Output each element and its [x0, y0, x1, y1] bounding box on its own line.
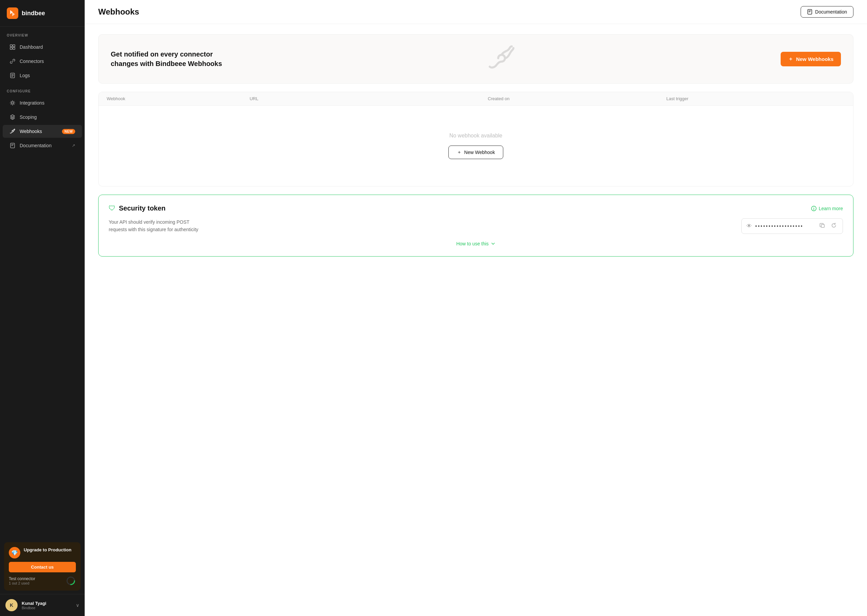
bindbee-logo-icon — [7, 8, 18, 19]
dashboard-label: Dashboard — [20, 44, 75, 50]
user-name: Kunal Tyagi — [22, 601, 72, 606]
file-text-icon — [9, 72, 16, 79]
sidebar-item-logs[interactable]: Logs — [3, 69, 82, 82]
col-webhook: Webhook — [107, 96, 250, 101]
upgrade-title: Upgrade to Production — [24, 547, 71, 553]
link-icon — [9, 58, 16, 64]
security-body: Your API should verify incoming POST req… — [109, 218, 843, 234]
info-icon — [811, 206, 817, 211]
svg-point-19 — [814, 207, 815, 207]
empty-text: No webhook available — [449, 133, 503, 139]
connector-usage-row: Test connector 1 out 2 used — [9, 576, 76, 586]
col-created-on: Created on — [488, 96, 666, 101]
token-field: 👁 •••••••••••••••••• — [741, 218, 843, 234]
svg-rect-1 — [10, 45, 12, 47]
avatar: K — [5, 599, 17, 611]
upgrade-box: 💎 Upgrade to Production Contact us Test … — [4, 542, 80, 591]
sidebar-item-webhooks[interactable]: Webhooks NEW — [3, 125, 82, 138]
scoping-label: Scoping — [20, 115, 75, 120]
new-webhooks-button[interactable]: ＋ New Webhooks — [780, 52, 841, 66]
webhooks-label: Webhooks — [20, 129, 58, 134]
logs-label: Logs — [20, 73, 75, 78]
col-last-trigger: Last trigger — [667, 96, 845, 101]
learn-more-link[interactable]: Learn more — [811, 206, 843, 211]
webhook-icon — [9, 128, 16, 134]
security-header: 🛡 Security token Learn more — [109, 204, 843, 212]
topbar: Webhooks Documentation — [85, 0, 867, 24]
sidebar-item-scoping[interactable]: Scoping — [3, 111, 82, 124]
logo-area: bindbee — [0, 0, 85, 27]
svg-point-9 — [11, 102, 14, 104]
doc-btn-label: Documentation — [815, 9, 847, 14]
sidebar-item-integrations[interactable]: Integrations — [3, 96, 82, 109]
sidebar-item-documentation[interactable]: Documentation ↗ — [3, 139, 82, 152]
svg-rect-4 — [13, 47, 15, 49]
sidebar-item-connectors[interactable]: Connectors — [3, 55, 82, 68]
connector-label: Test connector — [9, 577, 35, 581]
documentation-label: Documentation — [20, 143, 68, 148]
chevron-down-icon: ∨ — [76, 602, 79, 608]
banner-heading: Get notified on every connector changes … — [111, 49, 222, 68]
contact-us-button[interactable]: Contact us — [9, 562, 76, 572]
token-value: •••••••••••••••••• — [755, 223, 815, 229]
plus-outline-icon: ＋ — [457, 149, 462, 156]
how-to-use-link[interactable]: How to use this — [456, 241, 496, 247]
overview-section-label: OVERVIEW — [0, 27, 85, 40]
usage-ring-icon — [66, 576, 76, 586]
copy-icon[interactable] — [818, 222, 826, 230]
new-webhook-outline-button[interactable]: ＋ New Webhook — [448, 146, 504, 159]
connector-usage-text: 1 out 2 used — [9, 581, 35, 585]
new-badge: NEW — [62, 129, 75, 134]
security-description: Your API should verify incoming POST req… — [109, 218, 198, 234]
how-to-use-section: How to use this — [109, 240, 843, 247]
doc-btn-icon — [807, 9, 812, 14]
svg-rect-20 — [821, 225, 825, 228]
connectors-label: Connectors — [20, 58, 75, 64]
svg-rect-3 — [10, 47, 12, 49]
refresh-icon[interactable] — [830, 222, 838, 230]
shield-icon: 🛡 — [109, 204, 115, 212]
layers-icon — [9, 114, 16, 120]
svg-rect-2 — [13, 45, 15, 47]
sidebar: bindbee OVERVIEW Dashboard Connectors — [0, 0, 85, 616]
grid-icon — [9, 44, 16, 50]
sidebar-item-dashboard[interactable]: Dashboard — [3, 41, 82, 53]
webhook-banner-icon — [488, 45, 515, 73]
user-company: Bindbee — [22, 606, 72, 610]
table-empty-state: No webhook available ＋ New Webhook — [99, 105, 853, 186]
documentation-button[interactable]: Documentation — [801, 6, 853, 17]
app-name: bindbee — [22, 10, 45, 17]
webhooks-table-card: Webhook URL Created on Last trigger No w… — [98, 92, 853, 187]
col-url: URL — [250, 96, 488, 101]
integrations-label: Integrations — [20, 100, 75, 105]
external-link-icon: ↗ — [72, 143, 75, 148]
table-header: Webhook URL Created on Last trigger — [99, 92, 853, 105]
main-content: Webhooks Documentation Get notified on e… — [85, 0, 867, 616]
integrations-icon — [9, 100, 16, 106]
banner-card: Get notified on every connector changes … — [98, 34, 853, 83]
security-title: Security token — [119, 204, 165, 212]
configure-section-label: CONFIGURE — [0, 83, 85, 96]
eye-icon[interactable]: 👁 — [746, 223, 752, 229]
chevron-down-icon — [491, 241, 496, 246]
security-token-card: 🛡 Security token Learn more Your API sho… — [98, 195, 853, 256]
content-area: Get notified on every connector changes … — [85, 24, 867, 616]
plus-icon: ＋ — [788, 56, 793, 62]
doc-icon — [9, 143, 16, 149]
user-footer[interactable]: K Kunal Tyagi Bindbee ∨ — [0, 594, 85, 616]
gem-icon: 💎 — [9, 547, 20, 558]
page-title: Webhooks — [98, 7, 139, 17]
